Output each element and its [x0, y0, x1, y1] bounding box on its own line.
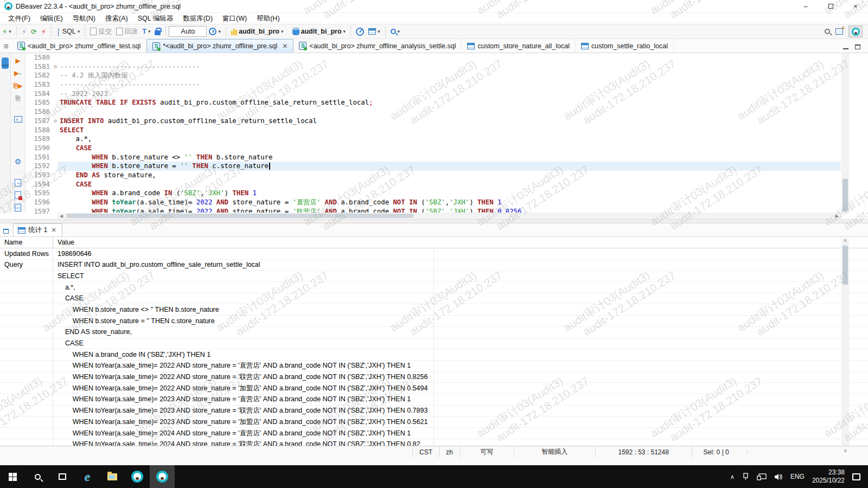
open-perspective-icon[interactable]: [835, 28, 843, 35]
menu-item-3[interactable]: 搜索(A): [100, 13, 133, 24]
rollback-button[interactable]: 回滚: [114, 26, 140, 37]
commit-mode-button[interactable]: ▾: [366, 27, 382, 36]
code-line[interactable]: WHEN toYear(a.sale_time)= 2022 AND store…: [58, 198, 841, 207]
open-console-button[interactable]: >_: [14, 115, 23, 124]
maximize-panel-icon[interactable]: [855, 44, 860, 49]
table-row[interactable]: SELECT: [0, 271, 868, 282]
usb-icon[interactable]: [742, 473, 749, 480]
code-line[interactable]: END AS store_nature,: [58, 171, 841, 180]
tabbar-grip[interactable]: ····⊞: [0, 38, 12, 53]
scroll-up-icon[interactable]: ∧: [841, 238, 849, 245]
table-row[interactable]: WHEN toYear(a.sale_time)= 2022 AND store…: [0, 372, 868, 383]
output-button[interactable]: [14, 203, 23, 212]
menu-item-7[interactable]: 帮助(H): [252, 13, 284, 24]
table-row[interactable]: WHEN a.brand_code IN ('SBZ','JXH') THEN …: [0, 349, 868, 361]
scroll-right-icon[interactable]: ▶: [833, 214, 841, 219]
code-line[interactable]: WHEN b.store_nature <> '' THEN b.store_n…: [58, 153, 841, 162]
fold-icon[interactable]: ⊖: [54, 63, 57, 70]
search-menu-button[interactable]: ▾: [388, 28, 403, 35]
table-row[interactable]: WHEN toYear(a.sale_time)= 2022 AND store…: [0, 361, 868, 372]
menu-item-1[interactable]: 编辑(E): [35, 13, 68, 24]
maximize-button[interactable]: [818, 0, 843, 13]
task-view-button[interactable]: [50, 465, 75, 488]
minimize-button[interactable]: –: [793, 0, 818, 13]
dbeaver-perspective-button[interactable]: [848, 25, 863, 37]
execute-new-tab-button[interactable]: ▶+: [14, 69, 23, 78]
connection-lock-button[interactable]: [152, 27, 163, 36]
action-center-icon[interactable]: [852, 473, 860, 480]
editor-settings-button[interactable]: ⚙: [14, 157, 23, 166]
minimize-panel-icon[interactable]: [843, 48, 848, 49]
code-line[interactable]: INSERT INTO audit_bi_pro.custom_offline_…: [58, 117, 841, 126]
code-line[interactable]: a.*,: [58, 134, 841, 144]
column-header-value[interactable]: Value: [53, 237, 868, 248]
close-icon[interactable]: ✕: [282, 42, 288, 50]
scrollbar-thumb[interactable]: [843, 179, 848, 211]
database-navigator-icon[interactable]: [2, 57, 9, 65]
connect-button[interactable]: ⚡: [20, 27, 29, 36]
code-line[interactable]: CASE: [58, 180, 841, 189]
reconnect-button[interactable]: ⟳: [29, 27, 39, 36]
autocommit-combo[interactable]: Auto: [169, 26, 207, 37]
table-row[interactable]: WHEN toYear(a.sale_time)= 2024 AND store…: [0, 439, 868, 446]
table-row[interactable]: WHEN b.store_nature = '' THEN c.store_na…: [0, 316, 868, 327]
code-line[interactable]: [58, 53, 841, 62]
internet-explorer-button[interactable]: e: [75, 465, 100, 488]
dashboard-button[interactable]: [354, 27, 366, 37]
table-row[interactable]: WHEN toYear(a.sale_time)= 2024 AND store…: [0, 428, 868, 439]
code-line[interactable]: -- 2022-2023: [58, 89, 841, 99]
table-row[interactable]: END AS store_nature,: [0, 327, 868, 338]
commit-button[interactable]: 提交: [88, 26, 114, 37]
database-selector[interactable]: audit_bi_pro ▾: [229, 27, 286, 36]
transaction-history-button[interactable]: ▾: [207, 27, 223, 36]
panel-icon[interactable]: [3, 229, 9, 234]
fold-icon[interactable]: ⊖: [54, 118, 57, 124]
scrollbar-thumb[interactable]: [66, 214, 413, 218]
close-button[interactable]: ×: [843, 0, 868, 13]
code-line[interactable]: -----------------------------------: [58, 62, 841, 72]
explain-plan-button[interactable]: ⎘: [14, 94, 23, 102]
code-line[interactable]: WHEN a.brand_code IN ('SBZ','JXH') THEN …: [58, 189, 841, 198]
disconnect-button[interactable]: ⚡: [39, 27, 48, 36]
code-line[interactable]: [58, 107, 841, 117]
table-row[interactable]: WHEN toYear(a.sale_time)= 2023 AND store…: [0, 416, 868, 428]
error-log-button[interactable]: [14, 191, 23, 200]
sql-editor-menu-button[interactable]: ⌠ SQL ▾: [54, 27, 82, 37]
editor-vertical-scrollbar[interactable]: [841, 53, 849, 213]
taskbar-clock[interactable]: 23:38 2025/10/22: [812, 468, 845, 485]
code-line[interactable]: -----------------------------------: [58, 80, 841, 89]
menu-item-0[interactable]: 文件(F): [3, 13, 35, 24]
code-line[interactable]: WHEN toYear(a.sale_time)= 2022 AND store…: [58, 207, 841, 213]
code-line[interactable]: -- 4.2 插入国内数据: [58, 71, 841, 80]
execute-script-button[interactable]: ⎘▶: [14, 81, 23, 90]
menu-item-6[interactable]: 窗口(W): [218, 13, 252, 24]
scroll-left-icon[interactable]: ◀: [58, 214, 65, 219]
schema-selector[interactable]: audit_bi_pro ▾: [290, 27, 348, 36]
quick-access-search-icon[interactable]: [825, 29, 830, 34]
network-icon[interactable]: [757, 473, 767, 480]
speaker-icon[interactable]: [774, 473, 783, 480]
table-row[interactable]: WHEN toYear(a.sale_time)= 2023 AND store…: [0, 406, 868, 417]
editor-tab-1[interactable]: S*<audit_bi_pro> zhumr_offline_pre.sql✕: [146, 39, 293, 53]
menu-item-4[interactable]: SQL 编辑器: [133, 13, 178, 24]
menu-item-5[interactable]: 数据库(D): [178, 13, 218, 24]
editor-tab-3[interactable]: custom_store_nature_all_local: [462, 39, 576, 53]
code-line[interactable]: TRUNCATE TABLE IF EXISTS audit_bi_pro.cu…: [58, 98, 841, 107]
tray-expand-icon[interactable]: ∧: [730, 473, 735, 480]
scroll-down-icon[interactable]: ∨: [841, 448, 849, 455]
table-row[interactable]: WHEN toYear(a.sale_time)= 2022 AND store…: [0, 383, 868, 394]
code-line[interactable]: WHEN b.store_nature = '' THEN c.store_na…: [58, 162, 841, 171]
table-row[interactable]: QueryINSERT INTO audit_bi_pro.custom_off…: [0, 260, 868, 271]
file-explorer-button[interactable]: [100, 465, 125, 488]
code-line[interactable]: SELECT: [58, 126, 841, 135]
table-row[interactable]: WHEN b.store_nature <> '' THEN b.store_n…: [0, 304, 868, 316]
table-row[interactable]: CASE: [0, 338, 868, 350]
input-language[interactable]: ENG: [790, 473, 805, 480]
dbeaver-taskbar-button[interactable]: [125, 465, 150, 488]
column-header-name[interactable]: Name: [0, 237, 53, 248]
editor-tab-4[interactable]: custom_settle_ratio_local: [576, 39, 674, 53]
stats-tab[interactable]: 统计 1 ✕: [13, 223, 62, 236]
table-row[interactable]: a.*,: [0, 282, 868, 293]
panel-sash[interactable]: ▲▼: [0, 219, 868, 223]
table-row[interactable]: CASE: [0, 293, 868, 305]
